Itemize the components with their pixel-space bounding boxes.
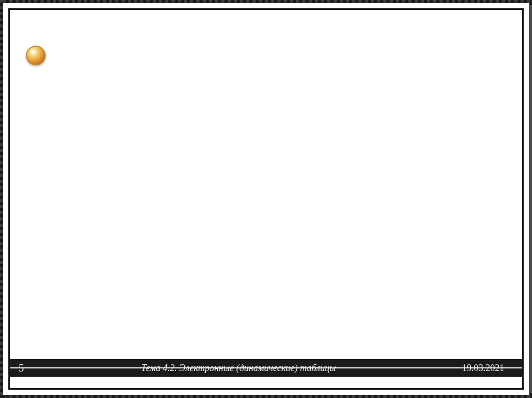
- footer-topic: Тема 4.2. Электронные (динамические) таб…: [33, 363, 444, 374]
- page-number: 5: [10, 362, 33, 374]
- footer-date: 19.03.2021: [444, 363, 522, 374]
- office-button[interactable]: [26, 46, 46, 65]
- slide-footer: 5 Тема 4.2. Электронные (динамические) т…: [10, 357, 522, 379]
